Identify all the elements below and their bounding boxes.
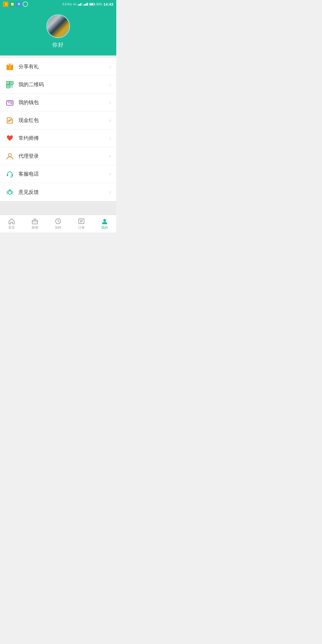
menu-label-qrcode: 我的二维码	[18, 81, 109, 88]
status-info: 0.0 K/s 4G 90% 14:43	[63, 2, 113, 7]
svg-text:$: $	[8, 102, 10, 104]
status-bar: 🍋 微 百 0.0 K/s 4G 90% 14:43	[0, 0, 116, 8]
chevron-icon: ›	[109, 189, 111, 195]
mine-person-icon	[101, 218, 108, 225]
menu-item-share-gift[interactable]: 分享有礼 ›	[0, 58, 116, 76]
avatar-image	[47, 15, 69, 37]
app-icon-1: 🍋	[3, 1, 8, 7]
menu-item-qrcode[interactable]: 我的二维码 ›	[0, 76, 116, 94]
battery-icon	[89, 3, 95, 6]
svg-rect-8	[11, 82, 12, 83]
app-icon-4	[23, 1, 28, 7]
menu-label-customer-service: 客服电话	[18, 171, 109, 177]
profile-header: 你好	[0, 8, 116, 55]
menu-label-share-gift: 分享有礼	[18, 63, 109, 70]
qr-icon	[5, 80, 14, 89]
chevron-icon: ›	[109, 100, 111, 105]
headset-icon	[5, 170, 14, 179]
nav-label-orders: 订单	[78, 225, 85, 230]
nav-item-orders[interactable]: 订单	[70, 215, 93, 233]
tag-icon	[5, 116, 14, 125]
list-icon	[78, 218, 85, 225]
menu-label-wallet: 我的钱包	[18, 99, 109, 106]
chevron-icon: ›	[109, 154, 111, 159]
app-icon-2: 微	[10, 1, 15, 7]
clock-icon	[55, 218, 61, 225]
chevron-icon: ›	[109, 82, 111, 87]
chevron-icon: ›	[109, 64, 111, 69]
nav-label-mine: 我的	[101, 225, 108, 230]
chevron-icon: ›	[109, 171, 111, 177]
status-icons: 🍋 微 百	[3, 1, 28, 7]
nav-item-master[interactable]: 师傅	[23, 215, 47, 233]
nav-label-realtime: 实时	[55, 225, 61, 230]
menu-item-agent-login[interactable]: 代理登录 ›	[0, 147, 116, 165]
network-speed: 0.0 K/s	[63, 3, 72, 6]
menu-label-favorite-master: 常约师傅	[18, 135, 109, 142]
home-icon	[8, 218, 15, 225]
menu-item-customer-service[interactable]: 客服电话 ›	[0, 165, 116, 183]
svg-line-38	[58, 221, 59, 222]
nav-label-master: 师傅	[32, 225, 38, 230]
menu-label-agent-login: 代理登录	[18, 153, 109, 160]
menu-item-wallet[interactable]: $ 我的钱包 ›	[0, 94, 116, 112]
gift-icon	[5, 62, 14, 71]
network-type: 4G	[73, 3, 77, 6]
svg-line-28	[7, 191, 8, 192]
briefcase-icon	[32, 218, 38, 225]
username: 你好	[52, 41, 64, 48]
svg-rect-25	[12, 174, 13, 176]
menu-item-feedback[interactable]: 意见反馈 ›	[0, 183, 116, 201]
menu-item-favorite-master[interactable]: 常约师傅 ›	[0, 129, 116, 147]
svg-point-17	[11, 102, 12, 104]
battery-percent: 90%	[96, 3, 102, 6]
svg-point-23	[8, 154, 11, 157]
avatar[interactable]	[46, 14, 70, 38]
nav-item-realtime[interactable]: 实时	[47, 215, 70, 233]
signal-icon	[78, 3, 82, 6]
menu-label-feedback: 意见反馈	[18, 189, 109, 196]
svg-rect-34	[32, 220, 38, 224]
svg-line-31	[12, 191, 13, 192]
svg-rect-13	[10, 86, 11, 87]
svg-rect-24	[7, 174, 8, 176]
svg-rect-19	[8, 100, 12, 101]
menu-item-red-packet[interactable]: 现金红包 ›	[0, 112, 116, 129]
svg-rect-12	[12, 85, 13, 86]
svg-rect-10	[7, 86, 9, 87]
svg-rect-6	[7, 82, 9, 83]
svg-point-43	[103, 219, 106, 222]
bug-icon	[5, 188, 14, 196]
person-icon	[5, 152, 14, 161]
svg-point-26	[8, 190, 12, 194]
svg-rect-11	[10, 85, 11, 86]
bottom-nav: 首页 师傅 实时	[0, 215, 116, 233]
nav-label-home: 首页	[8, 225, 15, 230]
time: 14:43	[103, 2, 113, 7]
svg-line-30	[7, 193, 8, 194]
wallet-icon: $	[5, 98, 14, 107]
app-icon-3: 百	[16, 1, 21, 7]
menu-list: 分享有礼 › 我的二维码 ›	[0, 58, 116, 201]
nav-item-home[interactable]: 首页	[0, 215, 23, 233]
heart-icon	[5, 134, 14, 143]
signal-icon-2	[83, 3, 88, 6]
menu-label-red-packet: 现金红包	[18, 117, 109, 124]
svg-rect-14	[12, 86, 13, 87]
svg-line-33	[12, 193, 13, 194]
chevron-icon: ›	[109, 136, 111, 141]
chevron-icon: ›	[109, 118, 111, 123]
nav-item-mine[interactable]: 我的	[93, 215, 116, 233]
svg-point-22	[10, 119, 12, 121]
